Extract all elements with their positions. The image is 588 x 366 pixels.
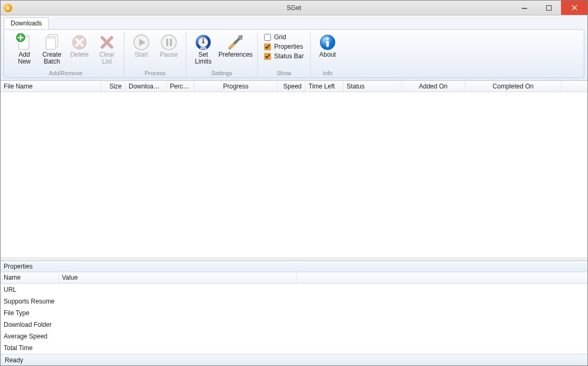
statusbar: Ready: [1, 354, 587, 365]
tab-label: Downloads: [11, 20, 42, 27]
add-new-button[interactable]: Add New: [12, 32, 37, 67]
svg-rect-7: [46, 37, 56, 39]
ribbon-group-label: Show: [277, 70, 292, 76]
properties-checkbox-input[interactable]: [264, 43, 271, 50]
minimize-icon: [522, 5, 527, 11]
ribbon-group-row: Set Limits Preferences: [191, 32, 253, 69]
pause-icon: [160, 33, 178, 51]
tab-downloads[interactable]: Downloads: [4, 17, 49, 29]
properties-panel: Properties Name Value URLSupports Resume…: [1, 261, 587, 354]
ribbon-tabstrip: Downloads: [4, 17, 584, 29]
ribbon: Add New Create Batch Delete Clear ListAd…: [4, 29, 584, 78]
ribbon-area: Downloads Add New Create Batch Delete Cl…: [1, 15, 587, 81]
properties-col-name[interactable]: Name: [1, 272, 59, 283]
app-window: SGet Downloads Add New: [0, 0, 588, 366]
ribbon-group-label: Settings: [211, 70, 232, 76]
maximize-button[interactable]: [537, 1, 561, 15]
ribbon-button-label: Start: [134, 51, 148, 66]
property-name: Supports Resume: [1, 298, 59, 305]
close-button[interactable]: [561, 1, 587, 15]
app-icon: [4, 4, 12, 12]
ribbon-group: Set Limits PreferencesSettings: [186, 32, 258, 76]
downloads-header-row: File NameSizeDownloadedPercentProgressSp…: [1, 81, 587, 92]
delete-icon: [70, 33, 88, 51]
ribbon-group-row: GridPropertiesStatus Bar: [262, 32, 306, 69]
ribbon-group: Add New Create Batch Delete Clear ListAd…: [7, 32, 124, 76]
ribbon-button-label: Add New: [18, 51, 31, 66]
checkbox-label: Status Bar: [274, 52, 304, 60]
show-checkbox-column: GridPropertiesStatus Bar: [262, 32, 306, 60]
ribbon-button-label: Delete: [70, 51, 89, 66]
ribbon-button-label: Set Limits: [195, 51, 211, 66]
svg-rect-0: [522, 8, 527, 9]
preferences-icon: [227, 33, 245, 51]
property-name: Total Time: [1, 344, 59, 352]
clear-list-icon: [98, 33, 116, 51]
start-icon: [132, 33, 150, 51]
ribbon-button-label: Clear List: [99, 51, 115, 66]
create-batch-icon: [43, 33, 61, 51]
minimize-button[interactable]: [512, 1, 537, 15]
ribbon-button-label: Create Batch: [42, 51, 61, 66]
properties-title: Properties: [1, 261, 587, 272]
properties-header-row: Name Value: [1, 272, 587, 284]
ribbon-group-row: Start Pause: [129, 32, 182, 69]
property-row: File Type: [1, 307, 587, 319]
ribbon-group-row: Add New Create Batch Delete Clear List: [12, 32, 120, 69]
ribbon-group: Start PauseProcess: [124, 32, 186, 76]
ribbon-group-label: Process: [144, 70, 166, 76]
properties-col-value[interactable]: Value: [59, 272, 297, 283]
window-controls: [512, 1, 587, 15]
properties-col-spacer: [297, 272, 587, 283]
delete-button: Delete: [67, 32, 92, 67]
column-header[interactable]: Speed: [278, 81, 305, 92]
grid-checkbox[interactable]: Grid: [262, 33, 306, 41]
svg-rect-11: [166, 39, 168, 46]
about-button[interactable]: About: [315, 32, 340, 67]
property-name: Download Folder: [1, 321, 59, 328]
column-header[interactable]: Added On: [402, 81, 465, 92]
grid-checkbox-input[interactable]: [264, 34, 271, 41]
window-title: SGet: [1, 4, 587, 12]
properties-checkbox[interactable]: Properties: [262, 42, 306, 51]
checkbox-label: Properties: [274, 43, 303, 50]
property-row: Supports Resume: [1, 296, 587, 307]
svg-point-16: [202, 41, 204, 43]
ribbon-button-label: About: [319, 51, 336, 66]
column-header[interactable]: Size: [101, 81, 125, 92]
svg-rect-20: [327, 41, 329, 47]
checkbox-label: Grid: [274, 33, 286, 41]
maximize-icon: [546, 5, 551, 11]
downloads-body[interactable]: [1, 92, 587, 257]
statusbar-checkbox-input[interactable]: [264, 53, 271, 60]
svg-rect-17: [200, 47, 206, 49]
property-name: Average Speed: [1, 333, 59, 340]
column-header[interactable]: File Name: [1, 81, 101, 92]
preferences-button[interactable]: Preferences: [218, 32, 253, 67]
set-limits-button[interactable]: Set Limits: [191, 32, 216, 67]
svg-point-19: [327, 38, 329, 40]
clear-list-button: Clear List: [94, 32, 120, 67]
column-header[interactable]: Progress: [194, 81, 278, 92]
pause-button: Pause: [156, 32, 182, 67]
column-header[interactable]: Time Left: [305, 81, 343, 92]
add-new-icon: [15, 33, 33, 51]
about-icon: [319, 33, 337, 51]
create-batch-button[interactable]: Create Batch: [39, 32, 65, 67]
statusbar-checkbox[interactable]: Status Bar: [262, 52, 306, 60]
property-row: Download Folder: [1, 319, 587, 331]
column-header[interactable]: Percent: [167, 81, 194, 92]
ribbon-group: GridPropertiesStatus BarShow: [258, 32, 311, 76]
property-row: Total Time: [1, 342, 587, 354]
ribbon-group-label: Info: [323, 70, 332, 76]
column-header[interactable]: Status: [343, 81, 402, 92]
ribbon-group: AboutInfo: [311, 32, 345, 76]
start-button: Start: [129, 32, 154, 67]
column-header[interactable]: Downloaded: [125, 81, 167, 92]
property-row: URL: [1, 284, 587, 296]
column-header[interactable]: Completed On: [465, 81, 562, 92]
limits-icon: [194, 33, 212, 51]
ribbon-group-row: About: [315, 32, 340, 69]
ribbon-button-label: Pause: [160, 51, 178, 66]
titlebar: SGet: [1, 1, 587, 15]
